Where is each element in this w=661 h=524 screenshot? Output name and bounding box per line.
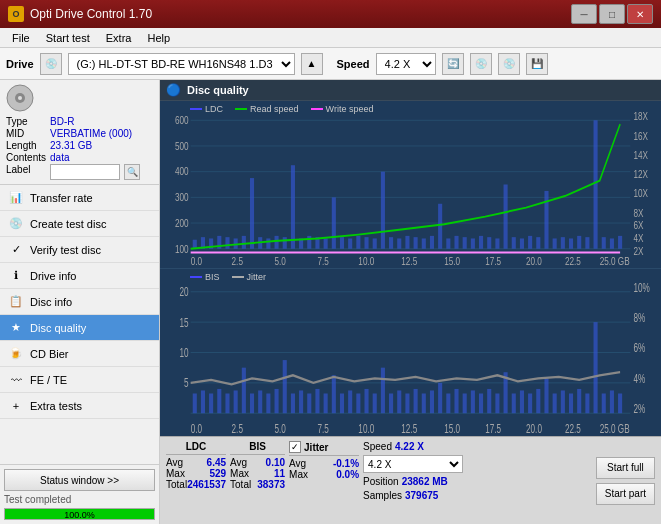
disc-quality-icon: ★ — [8, 320, 24, 336]
svg-rect-45 — [266, 238, 270, 248]
contents-value: data — [50, 152, 153, 163]
svg-rect-125 — [275, 389, 279, 413]
svg-rect-46 — [275, 236, 279, 249]
svg-rect-165 — [602, 393, 606, 413]
svg-rect-130 — [315, 389, 319, 413]
svg-text:2.5: 2.5 — [232, 257, 243, 268]
drive-icon-btn[interactable]: 💿 — [40, 53, 62, 75]
cd-bier-icon: 🍺 — [8, 346, 24, 362]
disc-info-label: Disc info — [30, 296, 72, 308]
svg-rect-77 — [528, 236, 532, 249]
svg-text:18X: 18X — [633, 111, 648, 122]
top-chart-svg: 600 500 400 300 200 100 18X 16X 14X 12X … — [160, 101, 661, 268]
svg-text:5.0: 5.0 — [275, 257, 286, 268]
sidebar-item-verify-test-disc[interactable]: ✓ Verify test disc — [0, 237, 159, 263]
svg-rect-87 — [610, 238, 614, 248]
svg-text:5: 5 — [184, 377, 189, 390]
bis-max-row: Max 11 — [230, 468, 285, 479]
svg-rect-154 — [512, 393, 516, 413]
disc-btn1[interactable]: 💿 — [470, 53, 492, 75]
svg-rect-151 — [487, 389, 491, 413]
sidebar-item-extra-tests[interactable]: + Extra tests — [0, 393, 159, 419]
svg-rect-134 — [348, 390, 352, 413]
bis-avg-row: Avg 0.10 — [230, 457, 285, 468]
avg-label-2: Avg — [230, 457, 247, 468]
save-button[interactable]: 💾 — [526, 53, 548, 75]
start-full-button[interactable]: Start full — [596, 457, 655, 479]
svg-rect-69 — [463, 237, 467, 249]
minimize-button[interactable]: ─ — [571, 4, 597, 24]
svg-rect-43 — [250, 178, 254, 249]
svg-rect-40 — [225, 237, 229, 249]
menu-bar: File Start test Extra Help — [0, 28, 661, 48]
menu-start-test[interactable]: Start test — [38, 30, 98, 46]
status-area: Status window >> Test completed 100.0% — [0, 464, 159, 524]
ldc-stats: LDC Avg 6.45 Max 529 Total 2461537 — [166, 441, 226, 520]
sidebar-item-drive-info[interactable]: ℹ Drive info — [0, 263, 159, 289]
ldc-header: LDC — [166, 441, 226, 455]
svg-text:2%: 2% — [633, 403, 645, 416]
verify-test-label: Verify test disc — [30, 244, 101, 256]
stats-panel: LDC Avg 6.45 Max 529 Total 2461537 BIS — [160, 436, 661, 524]
bis-total-row: Total 38373 — [230, 479, 285, 490]
svg-text:10X: 10X — [633, 188, 648, 199]
jitter-checkbox[interactable]: ✓ — [289, 441, 301, 453]
read-speed-legend-label: Read speed — [250, 104, 299, 114]
drive-info-icon: ℹ — [8, 268, 24, 284]
write-speed-legend-label: Write speed — [326, 104, 374, 114]
menu-help[interactable]: Help — [139, 30, 178, 46]
speed-dropdown[interactable]: 4.2 X — [363, 455, 463, 473]
sidebar-item-disc-quality[interactable]: ★ Disc quality — [0, 315, 159, 341]
samples-label: Samples — [363, 490, 402, 501]
label-search-btn[interactable]: 🔍 — [124, 164, 140, 180]
svg-rect-70 — [471, 238, 475, 248]
sidebar-item-fe-te[interactable]: 〰 FE / TE — [0, 367, 159, 393]
disc-icon — [6, 84, 34, 112]
drive-select[interactable]: (G:) HL-DT-ST BD-RE WH16NS48 1.D3 — [68, 53, 295, 75]
svg-rect-118 — [217, 389, 221, 413]
main-content: Type BD-R MID VERBATIMe (000) Length 23.… — [0, 80, 661, 524]
samples-row: Samples 379675 — [363, 490, 463, 501]
jitter-label: Jitter — [304, 442, 328, 453]
sidebar-item-create-test-disc[interactable]: 💿 Create test disc — [0, 211, 159, 237]
total-label-2: Total — [230, 479, 251, 490]
status-window-button[interactable]: Status window >> — [4, 469, 155, 491]
refresh-button[interactable]: 🔄 — [442, 53, 464, 75]
maximize-button[interactable]: □ — [599, 4, 625, 24]
svg-rect-147 — [454, 389, 458, 413]
svg-rect-128 — [299, 390, 303, 413]
svg-rect-137 — [373, 393, 377, 413]
eject-button[interactable]: ▲ — [301, 53, 323, 75]
svg-text:6X: 6X — [633, 221, 643, 232]
close-button[interactable]: ✕ — [627, 4, 653, 24]
svg-rect-64 — [422, 238, 426, 248]
svg-text:4%: 4% — [633, 372, 645, 385]
svg-rect-80 — [553, 238, 557, 248]
svg-rect-116 — [201, 390, 205, 413]
ldc-legend-dot — [190, 108, 202, 110]
svg-text:600: 600 — [175, 115, 189, 126]
ldc-max-row: Max 529 — [166, 468, 226, 479]
svg-rect-131 — [324, 393, 328, 413]
menu-file[interactable]: File — [4, 30, 38, 46]
position-value: 23862 MB — [402, 476, 448, 487]
svg-rect-75 — [512, 237, 516, 249]
extra-tests-label: Extra tests — [30, 400, 82, 412]
svg-text:400: 400 — [175, 167, 189, 178]
label-input[interactable] — [50, 164, 120, 180]
svg-rect-78 — [536, 237, 540, 249]
svg-rect-124 — [266, 393, 270, 413]
bis-total-value: 38373 — [257, 479, 285, 490]
menu-extra[interactable]: Extra — [98, 30, 140, 46]
svg-rect-135 — [356, 393, 360, 413]
speed-select[interactable]: 4.2 X — [376, 53, 436, 75]
svg-text:17.5: 17.5 — [485, 422, 501, 435]
disc-btn2[interactable]: 💿 — [498, 53, 520, 75]
sidebar-item-transfer-rate[interactable]: 📊 Transfer rate — [0, 185, 159, 211]
bis-header: BIS — [230, 441, 285, 455]
fe-te-icon: 〰 — [8, 372, 24, 388]
bis-legend-label: BIS — [205, 272, 220, 282]
sidebar-item-disc-info[interactable]: 📋 Disc info — [0, 289, 159, 315]
start-part-button[interactable]: Start part — [596, 483, 655, 505]
sidebar-item-cd-bier[interactable]: 🍺 CD Bier — [0, 341, 159, 367]
